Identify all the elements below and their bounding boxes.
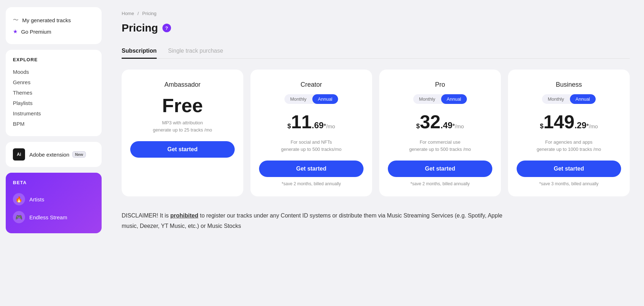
artists-label: Artists [29,196,44,202]
creator-integer: 11 [291,111,312,133]
business-cta[interactable]: Get started [517,161,621,177]
creator-mo: /mo [326,123,335,129]
sidebar-item-playlists[interactable]: Playlists [13,98,94,108]
ambassador-name: Ambassador [164,81,200,89]
business-integer: 149 [543,111,575,133]
sidebar-item-moods[interactable]: Moods [13,67,94,77]
pro-name: Pro [435,81,445,89]
help-icon[interactable]: ? [162,24,171,32]
ambassador-cta[interactable]: Get started [130,141,235,158]
plan-ambassador: Ambassador Free MP3 with attributiongene… [122,70,243,197]
pro-decimal: .49 [440,120,452,130]
breadcrumb-separator: / [137,11,139,16]
beta-endless-stream-item[interactable]: 🎮 Endless Stream [13,208,94,226]
pro-description: For commercial usegenerate up to 500 tra… [409,139,471,154]
sidebar-item-genres[interactable]: Genres [13,77,94,87]
disclaimer-prefix: DISCLAIMER! It is [122,212,170,219]
creator-price-amount: $ 11 .69 * /mo [287,111,335,136]
sidebar-item-instruments[interactable]: Instruments [13,108,94,119]
explore-card: EXPLORE Moods Genres Themes Playlists In… [6,50,102,136]
plan-pro: Pro Monthly Annual $ 32 .49 * /mo For co… [379,70,501,197]
sidebar-item-bpm[interactable]: BPM [13,119,94,129]
tab-single-track[interactable]: Single track purchase [168,44,223,59]
business-annual-btn[interactable]: Annual [570,94,596,104]
adobe-extension-card[interactable]: Ai Adobe extension New [6,142,102,167]
plan-creator: Creator Monthly Annual $ 11 .69 * /mo Fo… [250,70,372,197]
explore-title: EXPLORE [13,57,94,62]
business-description: For agencies and appsgenerate up to 1000… [537,139,601,154]
go-premium-item[interactable]: ★ Go Premium [13,26,94,37]
main-content: Home / Pricing Pricing ? Subscription Si… [107,0,644,306]
business-billing-toggle: Monthly Annual [542,94,596,104]
creator-decimal: .69 [312,120,323,130]
pro-dollar: $ [416,123,420,130]
page-title: Pricing [122,22,158,34]
creator-cta[interactable]: Get started [259,161,364,177]
business-asterisk: * [586,123,589,130]
ambassador-description: MP3 with attributiongenerate up to 25 tr… [153,119,212,134]
sidebar-item-themes[interactable]: Themes [13,87,94,98]
breadcrumb-home[interactable]: Home [122,11,134,16]
pro-mo: /mo [455,123,464,129]
top-nav-card: 〜 My generated tracks ★ Go Premium [6,7,102,44]
endless-stream-label: Endless Stream [29,214,67,220]
disclaimer-bold: prohibited [170,212,198,219]
beta-card: BETA 🔥 Artists 🎮 Endless Stream [6,173,102,233]
gamepad-icon: 🎮 [13,211,25,223]
business-dollar: $ [540,123,543,130]
creator-monthly-btn[interactable]: Monthly [284,94,312,104]
pro-asterisk: * [453,123,455,130]
plan-business: Business Monthly Annual $ 149 .29 * /mo … [508,70,630,197]
my-generated-tracks-item[interactable]: 〜 My generated tracks [13,14,94,26]
business-price-amount: $ 149 .29 * /mo [540,111,598,136]
business-mo: /mo [589,123,598,129]
business-save-note: *save 3 months, billed annually [539,181,598,186]
generated-tracks-label: My generated tracks [22,17,71,23]
adobe-icon: Ai [13,148,25,161]
adobe-text: Adobe extension New [29,151,86,158]
ambassador-price: Free [162,94,203,116]
creator-billing-toggle: Monthly Annual [284,94,338,104]
creator-save-note: *save 2 months, billed annually [282,181,341,186]
page-title-row: Pricing ? [122,22,630,34]
adobe-label: Adobe extension [29,152,69,158]
pro-annual-btn[interactable]: Annual [441,94,467,104]
business-name: Business [556,81,582,89]
beta-label: BETA [13,180,94,185]
disclaimer: DISCLAIMER! It is prohibited to register… [122,211,515,231]
pro-monthly-btn[interactable]: Monthly [413,94,441,104]
creator-dollar: $ [287,123,291,130]
fire-icon: 🔥 [13,193,25,205]
creator-annual-btn[interactable]: Annual [312,94,338,104]
pro-cta[interactable]: Get started [388,161,492,177]
new-badge: New [72,151,86,158]
creator-description: For social and NFTsgenerate up to 500 tr… [281,139,341,154]
business-monthly-btn[interactable]: Monthly [542,94,570,104]
pro-integer: 32 [420,111,440,133]
beta-artists-item[interactable]: 🔥 Artists [13,190,94,208]
creator-asterisk: * [324,123,326,130]
pro-billing-toggle: Monthly Annual [413,94,467,104]
sidebar: 〜 My generated tracks ★ Go Premium EXPLO… [0,0,107,306]
creator-name: Creator [301,81,322,89]
star-icon: ★ [13,28,18,35]
pro-price-amount: $ 32 .49 * /mo [416,111,464,136]
wave-icon: 〜 [13,16,19,24]
pricing-tabs: Subscription Single track purchase [122,44,630,59]
go-premium-label: Go Premium [21,29,51,35]
breadcrumb-current: Pricing [142,11,157,16]
business-decimal: .29 [575,120,586,130]
pro-save-note: *save 2 months, billed annually [410,181,469,186]
pricing-grid: Ambassador Free MP3 with attributiongene… [122,70,630,197]
tab-subscription[interactable]: Subscription [122,44,157,59]
breadcrumb: Home / Pricing [122,11,630,16]
